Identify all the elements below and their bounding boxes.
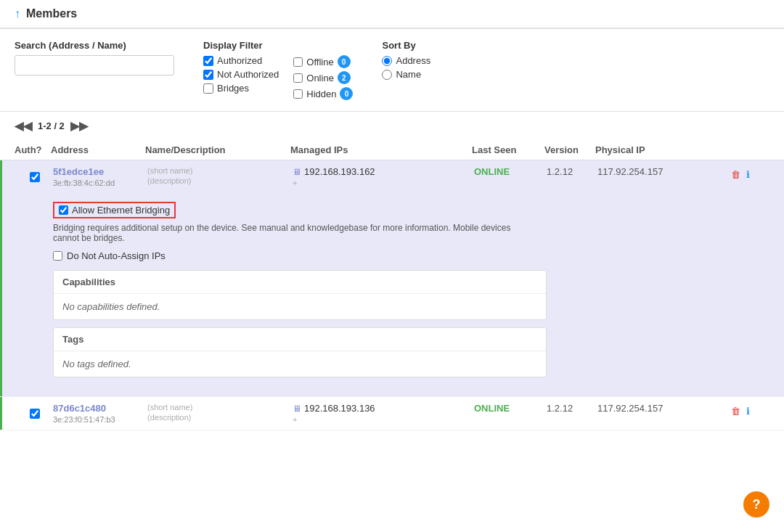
filter-col-right: Offline 0 Online 2 Hidden 0 (293, 55, 353, 100)
ip-icon-1: 🖥 (293, 167, 301, 177)
tags-header: Tags (54, 328, 546, 351)
help-button[interactable]: ? (743, 491, 769, 517)
managed-ip-cell-1: 🖥 192.168.193.162 + (293, 166, 474, 187)
filter-not-authorized-checkbox[interactable] (203, 70, 213, 80)
filter-hidden-label: Hidden (306, 89, 336, 99)
delete-icon-1[interactable]: 🗑 (731, 169, 740, 180)
status-badge-2: ONLINE (474, 403, 547, 414)
next-arrow[interactable]: ▶▶ (70, 119, 88, 133)
auto-assign-row: Do Not Auto-Assign IPs (53, 250, 769, 261)
filter-offline-label: Offline (306, 57, 333, 67)
info-icon-1[interactable]: ℹ (746, 169, 750, 180)
expanded-panel-1: Allow Ethernet Bridging Bridging require… (0, 193, 784, 396)
auto-assign-checkbox[interactable] (53, 251, 62, 261)
search-section: Search (Address / Name) (15, 40, 174, 75)
action-icons-1: 🗑 ℹ (692, 166, 750, 180)
member-ip-plus-2[interactable]: + (293, 415, 474, 424)
hidden-badge: 0 (340, 87, 353, 100)
sort-label: Sort By (382, 40, 430, 51)
sort-name-radio[interactable] (382, 70, 392, 80)
capabilities-box: Capabilities No capabilities defined. (53, 270, 547, 320)
filter-hidden-checkbox[interactable] (293, 89, 303, 99)
online-badge: 2 (338, 71, 351, 84)
col-address: Address (51, 144, 145, 155)
member-shortname-1[interactable]: (short name) (147, 166, 293, 175)
version-cell-2: 1.2.12 (547, 403, 597, 414)
auth-checkbox-2[interactable] (30, 409, 40, 419)
version-cell-1: 1.2.12 (547, 166, 597, 177)
filter-section: Display Filter Authorized Not Authorized… (203, 40, 353, 100)
member-desc-1[interactable]: (description) (147, 176, 293, 185)
delete-icon-2[interactable]: 🗑 (731, 406, 740, 417)
physical-ip-cell-2: 117.92.254.157 (597, 403, 692, 414)
filter-bridges-checkbox[interactable] (203, 83, 213, 94)
managed-ip-cell-2: 🖥 192.168.193.136 + (293, 403, 474, 424)
search-label: Search (Address / Name) (15, 40, 174, 51)
filter-online-row: Online 2 (293, 71, 353, 84)
page-title: Members (26, 7, 77, 20)
header-bar: ↑ Members (0, 0, 784, 29)
member-ip-plus-1[interactable]: + (293, 179, 474, 187)
sort-options: Address Name (382, 55, 430, 80)
auto-assign-label: Do Not Auto-Assign IPs (67, 250, 166, 261)
toolbar: Search (Address / Name) Display Filter A… (0, 29, 784, 112)
member-shortname-2[interactable]: (short name) (147, 403, 293, 412)
member-ip-2: 🖥 192.168.193.136 (293, 403, 474, 414)
pagination-range: 1-2 / 2 (38, 120, 65, 131)
sort-name: Name (382, 69, 430, 80)
prev-arrow[interactable]: ◀◀ (15, 119, 32, 133)
col-version: Version (544, 144, 595, 155)
status-cell-2: ONLINE (474, 403, 547, 414)
ip-icon-2: 🖥 (293, 404, 301, 414)
tags-box: Tags No tags defined. (53, 327, 547, 377)
col-managed-ips: Managed IPs (290, 144, 472, 155)
member-desc-2[interactable]: (description) (147, 413, 293, 422)
member-ip-1: 🖥 192.168.193.162 (293, 166, 474, 177)
col-auth: Auth? (15, 144, 51, 155)
col-physical-ip: Physical IP (595, 144, 690, 155)
action-icons-2: 🗑 ℹ (692, 403, 750, 417)
info-icon-2[interactable]: ℹ (746, 406, 750, 417)
member-mac-1: 3e:fb:38:4c:62:dd (53, 179, 147, 187)
address-cell-2: 87d6c1c480 3e:23:f0:51:47:b3 (53, 403, 147, 424)
table-header: Auth? Address Name/Description Managed I… (0, 140, 784, 160)
filter-options: Authorized Not Authorized Bridges Offlin… (203, 55, 353, 100)
member-address-1[interactable]: 5f1edce1ee (53, 166, 147, 177)
capabilities-header: Capabilities (54, 271, 546, 294)
col-last-seen: Last Seen (472, 144, 544, 155)
member-row-2: 87d6c1c480 3e:23:f0:51:47:b3 (short name… (0, 397, 784, 430)
version-2: 1.2.12 (547, 403, 597, 414)
member-address-2[interactable]: 87d6c1c480 (53, 403, 147, 414)
col-actions (690, 144, 748, 155)
filter-label: Display Filter (203, 40, 353, 51)
name-cell-1: (short name) (description) (147, 166, 293, 185)
search-input[interactable] (15, 55, 174, 75)
auth-checkbox-1[interactable] (30, 172, 40, 182)
sort-address-radio[interactable] (382, 56, 392, 66)
member-row-1: 5f1edce1ee 3e:fb:38:4c:62:dd (short name… (0, 160, 784, 397)
version-1: 1.2.12 (547, 166, 597, 177)
filter-bridges-label: Bridges (217, 83, 249, 94)
members-arrow-icon: ↑ (15, 7, 20, 20)
name-cell-2: (short name) (description) (147, 403, 293, 422)
filter-offline-checkbox[interactable] (293, 57, 303, 67)
filter-offline-row: Offline 0 (293, 55, 353, 68)
sort-name-label: Name (396, 69, 421, 80)
sort-address: Address (382, 55, 430, 66)
member-ip-value-2: 192.168.193.136 (304, 403, 375, 414)
col-name: Name/Description (145, 144, 290, 155)
offline-badge: 0 (338, 55, 351, 68)
filter-not-authorized-label: Not Authorized (217, 69, 279, 80)
auth-cell-1 (17, 166, 53, 182)
physical-ip-1: 117.92.254.157 (597, 166, 692, 177)
sort-section: Sort By Address Name (382, 40, 430, 80)
bridging-note: Bridging requires additional setup on th… (53, 223, 525, 243)
filter-authorized-checkbox[interactable] (203, 56, 213, 66)
filter-authorized-label: Authorized (217, 55, 262, 66)
member-main-2: 87d6c1c480 3e:23:f0:51:47:b3 (short name… (0, 397, 784, 430)
allow-bridging-checkbox[interactable] (59, 205, 68, 215)
filter-online-label: Online (306, 73, 334, 83)
filter-authorized: Authorized (203, 55, 279, 66)
capabilities-body: No capabilities defined. (54, 294, 546, 319)
filter-online-checkbox[interactable] (293, 73, 303, 83)
